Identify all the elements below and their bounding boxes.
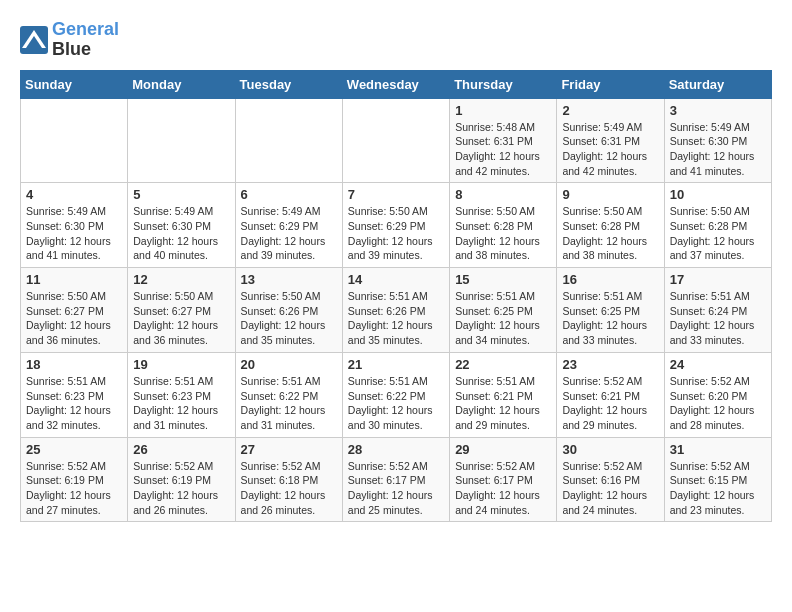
day-number: 23 xyxy=(562,357,658,372)
day-number: 1 xyxy=(455,103,551,118)
day-info: Sunrise: 5:50 AM Sunset: 6:28 PM Dayligh… xyxy=(562,204,658,263)
calendar-cell: 9Sunrise: 5:50 AM Sunset: 6:28 PM Daylig… xyxy=(557,183,664,268)
day-number: 17 xyxy=(670,272,766,287)
day-number: 5 xyxy=(133,187,229,202)
calendar-cell xyxy=(128,98,235,183)
day-info: Sunrise: 5:51 AM Sunset: 6:25 PM Dayligh… xyxy=(562,289,658,348)
day-header-sunday: Sunday xyxy=(21,70,128,98)
calendar-cell: 31Sunrise: 5:52 AM Sunset: 6:15 PM Dayli… xyxy=(664,437,771,522)
day-number: 3 xyxy=(670,103,766,118)
calendar-week-5: 25Sunrise: 5:52 AM Sunset: 6:19 PM Dayli… xyxy=(21,437,772,522)
day-info: Sunrise: 5:48 AM Sunset: 6:31 PM Dayligh… xyxy=(455,120,551,179)
calendar-cell: 1Sunrise: 5:48 AM Sunset: 6:31 PM Daylig… xyxy=(450,98,557,183)
day-info: Sunrise: 5:50 AM Sunset: 6:27 PM Dayligh… xyxy=(133,289,229,348)
day-header-friday: Friday xyxy=(557,70,664,98)
logo-text: GeneralBlue xyxy=(52,20,119,60)
day-number: 27 xyxy=(241,442,337,457)
day-info: Sunrise: 5:51 AM Sunset: 6:23 PM Dayligh… xyxy=(26,374,122,433)
day-info: Sunrise: 5:49 AM Sunset: 6:30 PM Dayligh… xyxy=(670,120,766,179)
day-info: Sunrise: 5:49 AM Sunset: 6:29 PM Dayligh… xyxy=(241,204,337,263)
calendar-cell: 8Sunrise: 5:50 AM Sunset: 6:28 PM Daylig… xyxy=(450,183,557,268)
calendar-week-1: 1Sunrise: 5:48 AM Sunset: 6:31 PM Daylig… xyxy=(21,98,772,183)
day-info: Sunrise: 5:51 AM Sunset: 6:23 PM Dayligh… xyxy=(133,374,229,433)
day-number: 15 xyxy=(455,272,551,287)
calendar-body: 1Sunrise: 5:48 AM Sunset: 6:31 PM Daylig… xyxy=(21,98,772,522)
day-header-tuesday: Tuesday xyxy=(235,70,342,98)
day-number: 22 xyxy=(455,357,551,372)
calendar-cell: 3Sunrise: 5:49 AM Sunset: 6:30 PM Daylig… xyxy=(664,98,771,183)
day-number: 8 xyxy=(455,187,551,202)
day-number: 7 xyxy=(348,187,444,202)
day-number: 16 xyxy=(562,272,658,287)
calendar-cell: 30Sunrise: 5:52 AM Sunset: 6:16 PM Dayli… xyxy=(557,437,664,522)
day-info: Sunrise: 5:51 AM Sunset: 6:22 PM Dayligh… xyxy=(348,374,444,433)
day-info: Sunrise: 5:52 AM Sunset: 6:20 PM Dayligh… xyxy=(670,374,766,433)
day-number: 18 xyxy=(26,357,122,372)
day-info: Sunrise: 5:52 AM Sunset: 6:17 PM Dayligh… xyxy=(455,459,551,518)
day-number: 28 xyxy=(348,442,444,457)
calendar-cell: 7Sunrise: 5:50 AM Sunset: 6:29 PM Daylig… xyxy=(342,183,449,268)
day-info: Sunrise: 5:52 AM Sunset: 6:21 PM Dayligh… xyxy=(562,374,658,433)
calendar-cell: 18Sunrise: 5:51 AM Sunset: 6:23 PM Dayli… xyxy=(21,352,128,437)
day-info: Sunrise: 5:51 AM Sunset: 6:25 PM Dayligh… xyxy=(455,289,551,348)
calendar-cell: 6Sunrise: 5:49 AM Sunset: 6:29 PM Daylig… xyxy=(235,183,342,268)
calendar-cell: 20Sunrise: 5:51 AM Sunset: 6:22 PM Dayli… xyxy=(235,352,342,437)
calendar-table: SundayMondayTuesdayWednesdayThursdayFrid… xyxy=(20,70,772,523)
day-number: 30 xyxy=(562,442,658,457)
calendar-cell: 5Sunrise: 5:49 AM Sunset: 6:30 PM Daylig… xyxy=(128,183,235,268)
calendar-cell: 23Sunrise: 5:52 AM Sunset: 6:21 PM Dayli… xyxy=(557,352,664,437)
day-number: 19 xyxy=(133,357,229,372)
day-info: Sunrise: 5:50 AM Sunset: 6:26 PM Dayligh… xyxy=(241,289,337,348)
day-info: Sunrise: 5:51 AM Sunset: 6:22 PM Dayligh… xyxy=(241,374,337,433)
calendar-week-3: 11Sunrise: 5:50 AM Sunset: 6:27 PM Dayli… xyxy=(21,268,772,353)
calendar-cell: 28Sunrise: 5:52 AM Sunset: 6:17 PM Dayli… xyxy=(342,437,449,522)
calendar-cell: 22Sunrise: 5:51 AM Sunset: 6:21 PM Dayli… xyxy=(450,352,557,437)
calendar-cell: 15Sunrise: 5:51 AM Sunset: 6:25 PM Dayli… xyxy=(450,268,557,353)
day-header-wednesday: Wednesday xyxy=(342,70,449,98)
day-number: 13 xyxy=(241,272,337,287)
calendar-cell: 2Sunrise: 5:49 AM Sunset: 6:31 PM Daylig… xyxy=(557,98,664,183)
calendar-cell: 11Sunrise: 5:50 AM Sunset: 6:27 PM Dayli… xyxy=(21,268,128,353)
day-info: Sunrise: 5:52 AM Sunset: 6:17 PM Dayligh… xyxy=(348,459,444,518)
calendar-cell: 17Sunrise: 5:51 AM Sunset: 6:24 PM Dayli… xyxy=(664,268,771,353)
day-number: 20 xyxy=(241,357,337,372)
day-info: Sunrise: 5:52 AM Sunset: 6:15 PM Dayligh… xyxy=(670,459,766,518)
day-number: 9 xyxy=(562,187,658,202)
calendar-cell: 14Sunrise: 5:51 AM Sunset: 6:26 PM Dayli… xyxy=(342,268,449,353)
day-number: 26 xyxy=(133,442,229,457)
calendar-cell: 24Sunrise: 5:52 AM Sunset: 6:20 PM Dayli… xyxy=(664,352,771,437)
day-number: 24 xyxy=(670,357,766,372)
day-info: Sunrise: 5:49 AM Sunset: 6:31 PM Dayligh… xyxy=(562,120,658,179)
day-info: Sunrise: 5:51 AM Sunset: 6:24 PM Dayligh… xyxy=(670,289,766,348)
day-number: 25 xyxy=(26,442,122,457)
calendar-cell: 21Sunrise: 5:51 AM Sunset: 6:22 PM Dayli… xyxy=(342,352,449,437)
day-number: 2 xyxy=(562,103,658,118)
calendar-cell: 13Sunrise: 5:50 AM Sunset: 6:26 PM Dayli… xyxy=(235,268,342,353)
day-number: 31 xyxy=(670,442,766,457)
calendar-cell xyxy=(21,98,128,183)
day-info: Sunrise: 5:50 AM Sunset: 6:27 PM Dayligh… xyxy=(26,289,122,348)
calendar-cell: 4Sunrise: 5:49 AM Sunset: 6:30 PM Daylig… xyxy=(21,183,128,268)
day-number: 11 xyxy=(26,272,122,287)
day-info: Sunrise: 5:52 AM Sunset: 6:19 PM Dayligh… xyxy=(133,459,229,518)
day-info: Sunrise: 5:51 AM Sunset: 6:26 PM Dayligh… xyxy=(348,289,444,348)
calendar-cell: 26Sunrise: 5:52 AM Sunset: 6:19 PM Dayli… xyxy=(128,437,235,522)
day-number: 14 xyxy=(348,272,444,287)
day-info: Sunrise: 5:52 AM Sunset: 6:16 PM Dayligh… xyxy=(562,459,658,518)
calendar-cell: 25Sunrise: 5:52 AM Sunset: 6:19 PM Dayli… xyxy=(21,437,128,522)
calendar-week-4: 18Sunrise: 5:51 AM Sunset: 6:23 PM Dayli… xyxy=(21,352,772,437)
day-header-saturday: Saturday xyxy=(664,70,771,98)
day-info: Sunrise: 5:49 AM Sunset: 6:30 PM Dayligh… xyxy=(26,204,122,263)
day-number: 6 xyxy=(241,187,337,202)
calendar-cell: 16Sunrise: 5:51 AM Sunset: 6:25 PM Dayli… xyxy=(557,268,664,353)
calendar-cell xyxy=(342,98,449,183)
day-number: 12 xyxy=(133,272,229,287)
calendar-cell: 29Sunrise: 5:52 AM Sunset: 6:17 PM Dayli… xyxy=(450,437,557,522)
day-header-thursday: Thursday xyxy=(450,70,557,98)
days-header-row: SundayMondayTuesdayWednesdayThursdayFrid… xyxy=(21,70,772,98)
day-info: Sunrise: 5:50 AM Sunset: 6:29 PM Dayligh… xyxy=(348,204,444,263)
day-info: Sunrise: 5:50 AM Sunset: 6:28 PM Dayligh… xyxy=(455,204,551,263)
day-number: 21 xyxy=(348,357,444,372)
page-header: GeneralBlue xyxy=(20,20,772,60)
day-number: 10 xyxy=(670,187,766,202)
